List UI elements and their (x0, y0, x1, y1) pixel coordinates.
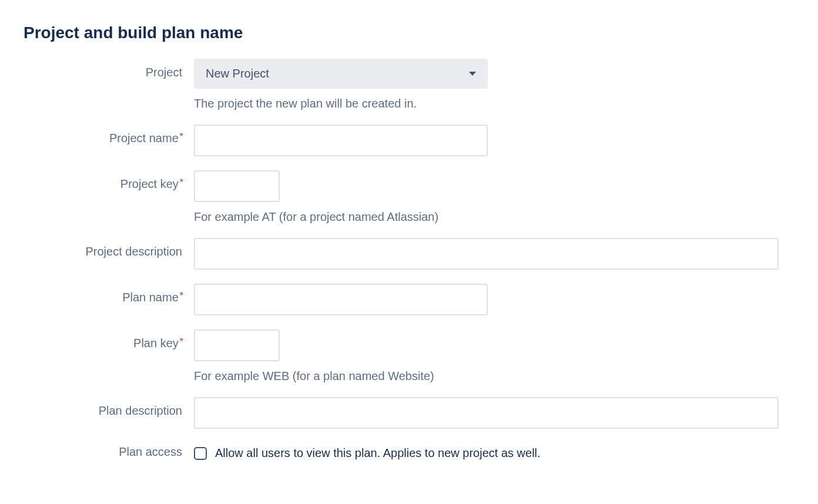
project-select-value: New Project (206, 67, 269, 80)
project-key-input[interactable] (194, 170, 280, 202)
label-project-name: Project name* (24, 125, 194, 145)
row-plan-description: Plan description (24, 397, 794, 429)
project-description-input[interactable] (194, 238, 779, 270)
label-plan-name-text: Plan name (122, 291, 179, 304)
project-key-help-text: For example AT (for a project named Atla… (194, 210, 794, 224)
label-plan-description: Plan description (24, 397, 194, 418)
row-plan-name: Plan name* (24, 284, 794, 315)
row-plan-access: Plan access Allow all users to view this… (24, 443, 794, 460)
plan-description-input[interactable] (194, 397, 779, 429)
label-plan-access-text: Plan access (119, 445, 182, 458)
label-plan-access: Plan access (24, 443, 194, 459)
plan-access-checkbox[interactable] (194, 447, 207, 460)
label-plan-name: Plan name* (24, 284, 194, 304)
required-mark: * (180, 177, 183, 187)
label-project-key: Project key* (24, 170, 194, 191)
row-project-description: Project description (24, 238, 794, 270)
project-help-text: The project the new plan will be created… (194, 97, 794, 110)
label-project: Project (24, 59, 194, 79)
plan-key-help-text: For example WEB (for a plan named Websit… (194, 369, 794, 383)
project-name-input[interactable] (194, 125, 488, 156)
label-plan-key: Plan key* (24, 330, 194, 350)
row-project-name: Project name* (24, 125, 794, 156)
required-mark: * (180, 132, 183, 142)
label-project-text: Project (146, 66, 182, 79)
label-project-key-text: Project key (120, 177, 179, 190)
row-project-key: Project key* For example AT (for a proje… (24, 170, 794, 224)
chevron-down-icon (469, 72, 476, 76)
row-plan-key: Plan key* For example WEB (for a plan na… (24, 330, 794, 383)
required-mark: * (180, 291, 183, 301)
plan-key-input[interactable] (194, 330, 280, 361)
section-heading: Project and build plan name (24, 23, 794, 42)
plan-name-input[interactable] (194, 284, 488, 315)
label-plan-key-text: Plan key (133, 337, 179, 350)
project-select[interactable]: New Project (194, 59, 488, 89)
plan-access-checkbox-label[interactable]: Allow all users to view this plan. Appli… (215, 446, 541, 460)
required-mark: * (180, 337, 183, 347)
label-project-name-text: Project name (109, 132, 179, 145)
row-project: Project New Project The project the new … (24, 59, 794, 110)
label-project-description-text: Project description (85, 245, 182, 258)
label-plan-description-text: Plan description (99, 404, 182, 417)
label-project-description: Project description (24, 238, 194, 258)
